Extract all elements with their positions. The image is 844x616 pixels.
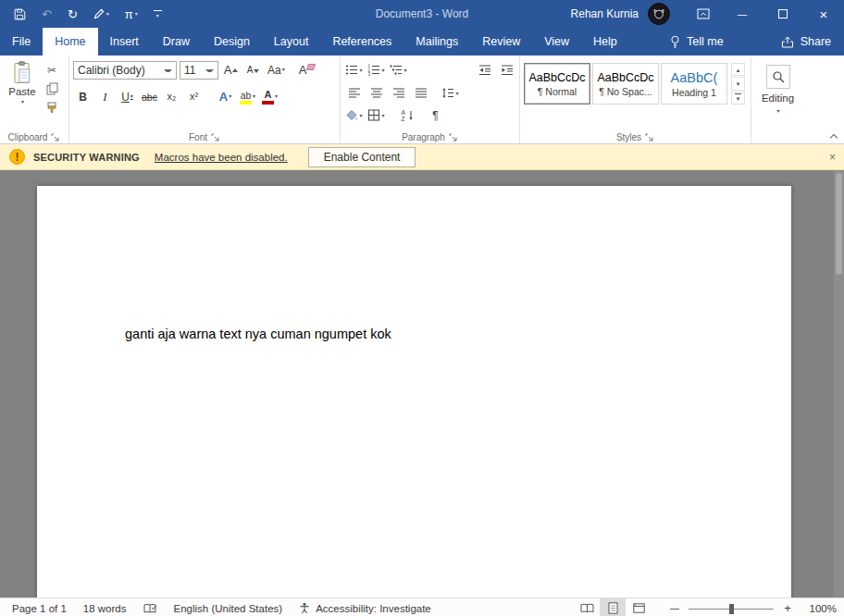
tab-review[interactable]: Review [470, 28, 532, 55]
font-color-icon: A [262, 90, 274, 105]
vertical-scrollbar[interactable] [834, 170, 844, 598]
zoom-level[interactable]: 100% [798, 603, 837, 614]
tell-me-label: Tell me [687, 35, 724, 48]
increase-indent-button[interactable] [497, 61, 516, 79]
align-center-button[interactable] [366, 84, 386, 102]
accessibility-status[interactable]: Accessibility: Investigate [291, 598, 440, 616]
tab-mailings[interactable]: Mailings [403, 28, 470, 55]
align-right-button[interactable] [389, 84, 408, 102]
redo-button[interactable]: ↻ [68, 8, 78, 20]
enable-content-button[interactable]: Enable Content [308, 147, 416, 167]
share-button[interactable]: Share [781, 28, 831, 55]
account-user-name[interactable]: Rehan Kurnia [571, 7, 639, 20]
save-button[interactable] [14, 8, 26, 20]
macros-disabled-link[interactable]: Macros have been disabled. [155, 152, 288, 163]
language-indicator[interactable]: English (United States) [166, 598, 292, 616]
tab-help[interactable]: Help [581, 28, 629, 55]
format-painter-button[interactable] [43, 100, 60, 115]
borders-button[interactable]: ▾ [366, 106, 386, 124]
ribbon-display-options-button[interactable] [685, 0, 722, 28]
bold-button[interactable]: B [73, 88, 93, 106]
avatar[interactable] [648, 3, 670, 25]
text-highlight-button[interactable]: ab ▾ [238, 88, 257, 106]
change-case-button[interactable]: Aa▾ [266, 61, 287, 80]
customize-quick-access-button[interactable]: ▾ [154, 10, 162, 18]
style-no-spacing[interactable]: AaBbCcDc ¶ No Spac... [592, 63, 659, 105]
style-heading-1[interactable]: AaBbC( Heading 1 [661, 63, 727, 105]
clipboard-dialog-launcher[interactable] [51, 133, 60, 142]
paragraph-group-label: Paragraph [402, 132, 445, 142]
collapse-ribbon-button[interactable] [828, 131, 839, 141]
web-layout-button[interactable] [626, 598, 652, 616]
font-color-button[interactable]: A ▾ [260, 88, 279, 106]
tell-me-button[interactable]: Tell me [670, 28, 724, 55]
save-icon [14, 8, 26, 20]
tab-file[interactable]: File [0, 28, 43, 55]
text-effects-button[interactable]: A▾ [216, 88, 235, 106]
decrease-indent-button[interactable] [475, 61, 494, 79]
zoom-in-button[interactable]: + [777, 598, 798, 616]
cut-button[interactable]: ✂ [43, 63, 60, 78]
styles-dialog-launcher[interactable] [645, 133, 654, 142]
font-family-combobox[interactable]: Calibri (Body) [73, 61, 177, 80]
paste-button[interactable]: Paste ▾ [4, 58, 41, 115]
line-spacing-button[interactable]: ▾ [441, 84, 460, 102]
grow-font-button[interactable]: A [221, 61, 241, 80]
undo-button[interactable]: ↶ [42, 8, 52, 20]
styles-scroll-up-button[interactable]: ▴ [731, 63, 745, 76]
search-box [766, 65, 790, 89]
zoom-out-button[interactable]: — [664, 598, 685, 616]
shrink-font-button[interactable]: A [243, 61, 263, 80]
document-page[interactable]: ganti aja warna text nya cuman ngumpet k… [37, 186, 791, 598]
clear-formatting-button[interactable]: A [297, 61, 317, 80]
paragraph-dialog-launcher[interactable] [449, 133, 458, 142]
font-size-combobox[interactable]: 11 [180, 61, 218, 80]
minimize-button[interactable]: — [722, 0, 763, 28]
align-left-button[interactable] [344, 84, 364, 102]
close-button[interactable]: × [803, 0, 844, 28]
justify-button[interactable] [411, 84, 430, 102]
tab-design[interactable]: Design [202, 28, 262, 55]
numbering-button[interactable]: 123 ▾ [366, 61, 386, 79]
styles-scroll-down-button[interactable]: ▾ [731, 77, 745, 90]
close-warning-button[interactable]: × [829, 144, 836, 169]
style-normal[interactable]: AaBbCcDc ¶ Normal [524, 63, 590, 105]
underline-button[interactable]: U▾ [118, 88, 137, 106]
shading-button[interactable]: ▾ [344, 106, 364, 124]
italic-button[interactable]: I [95, 88, 115, 106]
superscript-button[interactable]: x² [184, 88, 204, 106]
tab-references[interactable]: References [320, 28, 403, 55]
proofing-status[interactable] [135, 598, 166, 616]
show-formatting-marks-button[interactable]: ¶ [426, 106, 445, 124]
zoom-slider[interactable] [687, 598, 776, 616]
paste-icon [12, 61, 32, 85]
customize-qat-icon: ▾ [154, 10, 162, 18]
more-bar-icon [735, 93, 741, 94]
minimize-icon: — [738, 9, 747, 19]
draw-tool-button[interactable]: ▾ [93, 8, 109, 19]
multilevel-list-button[interactable]: ▾ [389, 61, 408, 79]
font-dialog-launcher[interactable] [211, 133, 220, 142]
copy-button[interactable] [43, 81, 60, 96]
document-area: ganti aja warna text nya cuman ngumpet k… [0, 170, 844, 598]
tab-draw[interactable]: Draw [151, 28, 202, 55]
equation-button[interactable]: π ▾ [125, 8, 138, 20]
tab-layout[interactable]: Layout [262, 28, 321, 55]
tab-home[interactable]: Home [43, 28, 97, 55]
editing-button[interactable]: Editing ▾ [755, 58, 801, 114]
styles-more-button[interactable]: ▾ [731, 92, 745, 105]
scrollbar-thumb[interactable] [836, 173, 842, 275]
subscript-button[interactable]: x₂ [162, 88, 181, 106]
bullets-button[interactable]: ▾ [344, 61, 364, 79]
dropdown-arrow-icon: ▾ [381, 67, 384, 73]
sort-button[interactable]: AZ [398, 106, 417, 124]
read-mode-button[interactable] [574, 598, 600, 616]
print-layout-button[interactable] [600, 598, 626, 616]
strikethrough-button[interactable]: abc [140, 88, 159, 106]
zoom-thumb[interactable] [729, 604, 734, 614]
word-count[interactable]: 18 words [75, 598, 135, 616]
page-indicator[interactable]: Page 1 of 1 [4, 598, 75, 616]
tab-insert[interactable]: Insert [98, 28, 151, 55]
maximize-button[interactable] [763, 0, 803, 28]
tab-view[interactable]: View [532, 28, 581, 55]
